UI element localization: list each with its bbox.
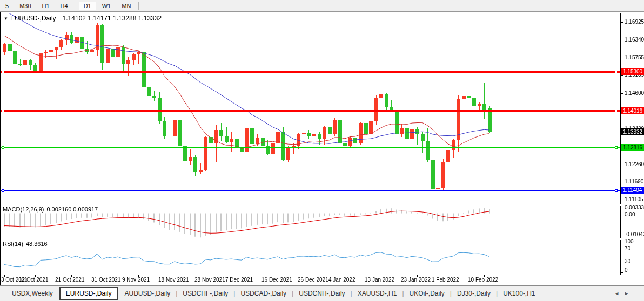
date-axis-label: 16 Dec 2021 (261, 277, 292, 283)
timeframe-toolbar: 5M30H1H4D1W1MN (0, 0, 644, 12)
price-axis[interactable]: 1.169251.163401.157551.151851.146001.134… (621, 0, 644, 285)
rsi-axis-label: 100 (625, 238, 634, 244)
date-axis[interactable]: 3 Oct 202112 Oct 202121 Oct 202131 Oct 2… (0, 275, 621, 285)
macd-axis-label: 0.00 (625, 211, 635, 217)
tab-eurusd-daily[interactable]: EURUSD-,Daily (59, 287, 118, 300)
macd-axis-label: 0.003331 (625, 204, 644, 210)
toolbar-separator (76, 2, 76, 10)
date-axis-label: 13 Jan 2022 (365, 277, 394, 283)
macd-name: MACD(12,26,9) (3, 206, 44, 213)
tab-usdchf-daily[interactable]: USDCHF-,Daily (177, 288, 233, 299)
date-axis-label: 9 Nov 2021 (122, 277, 150, 283)
price-axis-label: 1.16340 (625, 37, 644, 43)
chart-symbol-label: EURUSD-,Daily (10, 15, 56, 22)
price-axis-label: 1.14600 (625, 90, 644, 96)
macd-axis-label: -0.010439 (625, 231, 644, 237)
date-axis-label: 21 Oct 2021 (55, 277, 84, 283)
date-axis-label: 28 Nov 2021 (194, 277, 225, 283)
tab-usdx-weekly[interactable]: USDX,Weekly (6, 288, 58, 299)
tab-scroll-left-icon[interactable]: ◄ (614, 291, 619, 296)
rsi-name: RSI(14) (3, 241, 23, 247)
price-axis-label: 1.15755 (625, 54, 644, 60)
tab-audusd-daily[interactable]: AUDUSD-,Daily (119, 288, 176, 299)
chart-ohlc-values: 1.14102 1.14171 1.13288 1.13332 (63, 15, 162, 22)
date-axis-label: 31 Oct 2021 (91, 277, 120, 283)
timeframe-mn[interactable]: MN (117, 2, 136, 10)
rsi-axis-label: 0 (625, 267, 628, 273)
tab-ukoil-daily[interactable]: UKOil-,Daily (404, 288, 450, 299)
price-chart-canvas[interactable] (0, 0, 644, 301)
date-axis-label: 12 Oct 2021 (19, 277, 48, 283)
macd-indicator-label: MACD(12,26,9)0.002160 0.000917 (3, 206, 98, 213)
timeframe-h4[interactable]: H4 (56, 2, 73, 10)
toolbar-separator (138, 2, 139, 10)
tab-scroll-arrows: ◄► (614, 291, 644, 296)
hline-price-badge: 1.14016 (621, 107, 644, 114)
rsi-axis-label: 70 (625, 245, 630, 251)
price-axis-label: 1.11690 (625, 179, 643, 184)
macd-values: 0.002160 0.000917 (46, 206, 98, 213)
tab-uk100-h1[interactable]: UK100-,H1 (498, 288, 540, 299)
price-axis-label: 1.16925 (625, 19, 644, 25)
chart-title: ▼EURUSD-,Daily1.14102 1.14171 1.13288 1.… (4, 15, 162, 22)
date-axis-label: 26 Dec 2021 (298, 277, 328, 283)
date-axis-label: 7 Dec 2021 (225, 277, 253, 283)
date-axis-label: 1 Feb 2022 (432, 277, 459, 283)
timeframe-w1[interactable]: W1 (97, 2, 116, 10)
tab-usdcnh-daily[interactable]: USDCNH-,Daily (293, 288, 350, 299)
timeframe-d1[interactable]: D1 (79, 2, 96, 10)
current-price-badge: 1.13332 (621, 128, 644, 135)
rsi-axis-label: 30 (625, 258, 630, 264)
timeframe-5[interactable]: 5 (1, 2, 14, 10)
date-axis-label: 4 Jan 2022 (328, 277, 355, 283)
date-axis-label: 10 Feb 2022 (468, 277, 498, 283)
timeframe-h1[interactable]: H1 (37, 2, 55, 10)
price-axis-label: 1.11105 (625, 196, 643, 202)
date-axis-label: 18 Nov 2021 (158, 277, 189, 283)
rsi-indicator-label: RSI(14)48.3616 (3, 241, 48, 247)
hline-price-badge: 1.15300 (621, 68, 644, 75)
tab-xauusd-h1[interactable]: XAUUSD-,H1 (352, 288, 403, 299)
symbol-tab-bar: USDX,WeeklyEURUSD-,DailyAUDUSD-,Daily|US… (0, 285, 644, 301)
hline-price-badge: 1.11404 (621, 187, 644, 194)
rsi-value: 48.3616 (26, 241, 48, 247)
date-axis-label: 23 Jan 2022 (401, 277, 431, 283)
tab-usdcad-daily[interactable]: USDCAD-,Daily (235, 288, 292, 299)
timeframe-m30[interactable]: M30 (15, 2, 36, 10)
hline-price-badge: 1.12816 (621, 144, 644, 151)
tab-scroll-right-icon[interactable]: ► (624, 291, 629, 296)
price-axis-label: 1.12260 (625, 161, 644, 167)
tab-dj30-daily[interactable]: DJ30-,Daily (452, 288, 496, 299)
symbol-marker-icon: ▼ (4, 16, 8, 21)
